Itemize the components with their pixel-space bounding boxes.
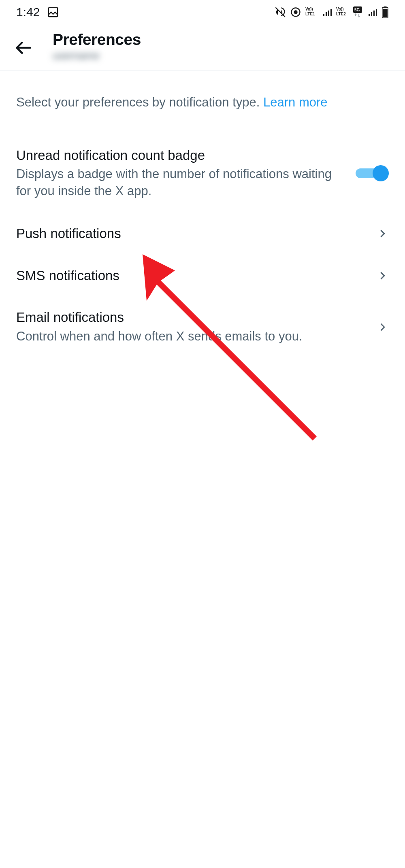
header-text: Preferences username (53, 31, 141, 62)
status-time: 1:42 (16, 5, 40, 19)
learn-more-link[interactable]: Learn more (263, 95, 328, 109)
main-content: Select your preferences by notification … (0, 70, 405, 358)
image-icon (47, 6, 59, 18)
svg-rect-5 (323, 14, 324, 16)
intro-section: Select your preferences by notification … (0, 70, 405, 134)
setting-badge-text: Unread notification count badge Displays… (16, 147, 356, 200)
setting-email-description: Control when and how often X sends email… (16, 328, 364, 345)
setting-push[interactable]: Push notifications (0, 213, 405, 255)
battery-icon (382, 6, 389, 18)
svg-rect-15 (373, 11, 375, 16)
hotspot-icon (290, 6, 301, 18)
svg-text:LTE2: LTE2 (336, 12, 346, 16)
page-subtitle: username (53, 49, 141, 62)
svg-rect-13 (369, 14, 370, 16)
setting-badge-title: Unread notification count badge (16, 147, 343, 164)
svg-rect-6 (326, 12, 327, 16)
setting-push-title: Push notifications (16, 226, 364, 242)
svg-rect-14 (371, 12, 372, 16)
svg-rect-7 (328, 11, 329, 16)
chevron-right-icon (377, 270, 389, 282)
setting-push-text: Push notifications (16, 226, 377, 242)
status-bar-right: Vo)) LTE1 Vo)) LTE2 5G (275, 6, 389, 18)
setting-badge[interactable]: Unread notification count badge Displays… (0, 134, 405, 213)
setting-badge-description: Displays a badge with the number of noti… (16, 166, 343, 200)
lte2-icon: Vo)) LTE2 (336, 6, 349, 18)
status-bar-left: 1:42 (16, 5, 59, 19)
setting-email-text: Email notifications Control when and how… (16, 309, 377, 345)
svg-text:5G: 5G (354, 8, 360, 12)
lte1-icon: Vo)) LTE1 (305, 6, 318, 18)
signal1-icon (322, 6, 332, 18)
5g-icon: 5G (353, 6, 364, 18)
svg-rect-0 (49, 8, 58, 17)
status-bar: 1:42 Vo)) LTE1 (0, 0, 405, 24)
svg-point-1 (294, 11, 297, 14)
page-header: Preferences username (0, 24, 405, 70)
arrow-left-icon (15, 39, 32, 57)
back-button[interactable] (15, 31, 32, 58)
setting-email-title: Email notifications (16, 309, 364, 326)
badge-toggle[interactable] (356, 165, 389, 181)
svg-text:LTE1: LTE1 (305, 12, 315, 16)
svg-rect-16 (376, 9, 377, 16)
svg-text:Vo)): Vo)) (305, 7, 313, 11)
setting-sms[interactable]: SMS notifications (0, 255, 405, 297)
svg-text:Vo)): Vo)) (336, 7, 344, 11)
chevron-right-icon (377, 321, 389, 333)
vibrate-icon (275, 6, 286, 18)
intro-text: Select your preferences by notification … (16, 95, 263, 109)
setting-sms-text: SMS notifications (16, 268, 377, 284)
toggle-thumb (373, 165, 389, 181)
setting-email[interactable]: Email notifications Control when and how… (0, 296, 405, 357)
svg-rect-19 (383, 9, 388, 17)
setting-sms-title: SMS notifications (16, 268, 364, 284)
signal2-icon (368, 6, 377, 18)
page-title: Preferences (53, 31, 141, 49)
chevron-right-icon (377, 228, 389, 240)
svg-rect-8 (330, 9, 332, 16)
